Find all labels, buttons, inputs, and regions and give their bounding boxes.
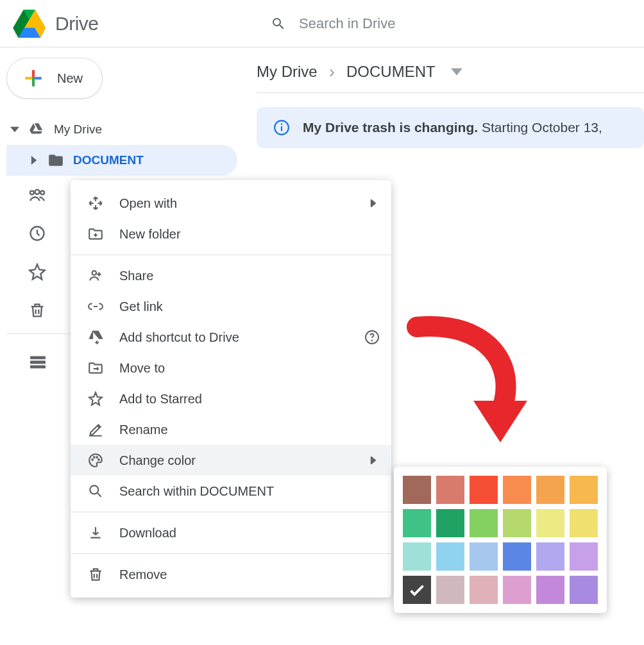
color-swatch[interactable] xyxy=(503,476,531,504)
context-menu: Open with New folder Share Get link Add … xyxy=(71,180,391,598)
plus-icon xyxy=(21,66,46,90)
search-bar[interactable] xyxy=(250,6,644,42)
breadcrumb-current[interactable]: DOCUMENT xyxy=(346,63,436,81)
svg-rect-16 xyxy=(30,356,46,359)
menu-label: Move to xyxy=(119,361,165,376)
drive-logo-icon xyxy=(13,9,46,38)
color-swatch[interactable] xyxy=(470,476,498,504)
color-swatch[interactable] xyxy=(536,476,564,504)
color-swatch[interactable] xyxy=(570,576,598,604)
svg-marker-9 xyxy=(13,10,24,28)
search-input[interactable] xyxy=(299,15,644,32)
menu-share[interactable]: Share xyxy=(71,260,391,291)
share-icon xyxy=(87,267,104,284)
logo-area: Drive xyxy=(13,9,250,38)
svg-rect-17 xyxy=(30,361,46,364)
star-icon xyxy=(28,263,46,281)
color-swatch[interactable] xyxy=(403,476,431,504)
folder-icon xyxy=(47,152,64,169)
color-swatch[interactable] xyxy=(436,509,464,537)
help-icon[interactable] xyxy=(364,330,380,345)
color-swatch[interactable] xyxy=(470,576,498,604)
main-area: My Drive › DOCUMENT My Drive trash is ch… xyxy=(257,54,644,148)
svg-marker-23 xyxy=(93,331,103,339)
breadcrumb: My Drive › DOCUMENT xyxy=(257,54,644,90)
svg-point-30 xyxy=(98,459,100,461)
menu-label: Get link xyxy=(119,299,163,314)
svg-point-22 xyxy=(92,271,97,275)
color-swatch[interactable] xyxy=(503,542,531,571)
shortcut-icon xyxy=(87,329,104,346)
color-palette xyxy=(394,467,607,613)
menu-new-folder[interactable]: New folder xyxy=(71,219,391,249)
new-folder-icon xyxy=(87,226,104,242)
color-swatch[interactable] xyxy=(536,509,564,537)
color-swatch[interactable] xyxy=(503,576,531,604)
color-swatch[interactable] xyxy=(570,542,598,571)
menu-remove[interactable]: Remove xyxy=(71,559,391,590)
color-swatch[interactable] xyxy=(536,576,564,604)
open-with-icon xyxy=(87,195,104,212)
new-button[interactable]: New xyxy=(6,58,103,99)
svg-point-26 xyxy=(371,340,373,341)
menu-label: Add shortcut to Drive xyxy=(119,330,239,345)
menu-rename[interactable]: Rename xyxy=(71,414,391,445)
arrow-annotation xyxy=(398,314,539,455)
menu-move-to[interactable]: Move to xyxy=(71,353,391,383)
menu-download[interactable]: Download xyxy=(71,517,391,548)
color-swatch[interactable] xyxy=(436,576,464,604)
nav-my-drive[interactable]: My Drive xyxy=(6,114,237,145)
svg-rect-21 xyxy=(281,124,282,125)
menu-label: Add to Starred xyxy=(119,392,202,406)
svg-point-13 xyxy=(30,191,34,195)
color-swatch[interactable] xyxy=(470,542,498,571)
menu-add-shortcut[interactable]: Add shortcut to Drive xyxy=(71,322,391,353)
trash-icon xyxy=(28,301,46,319)
nav-folder-document[interactable]: DOCUMENT xyxy=(6,145,237,176)
chevron-right-icon xyxy=(369,457,377,464)
color-swatch[interactable] xyxy=(403,576,431,604)
breadcrumb-root[interactable]: My Drive xyxy=(257,63,318,81)
menu-separator xyxy=(71,553,391,554)
menu-change-color[interactable]: Change color xyxy=(71,445,391,476)
banner-text: My Drive trash is changing. Starting Oct… xyxy=(303,120,602,135)
svg-point-28 xyxy=(94,457,96,458)
shared-icon xyxy=(28,186,46,204)
menu-add-starred[interactable]: Add to Starred xyxy=(71,383,391,414)
nav-tree: My Drive DOCUMENT xyxy=(6,114,237,176)
palette-icon xyxy=(87,452,104,469)
svg-point-14 xyxy=(40,191,44,195)
svg-rect-18 xyxy=(30,365,46,369)
storage-icon xyxy=(28,355,47,370)
nav-my-drive-label: My Drive xyxy=(54,122,102,137)
color-swatch[interactable] xyxy=(436,476,464,504)
caret-right-icon xyxy=(30,156,38,165)
color-swatch[interactable] xyxy=(536,542,564,571)
info-banner: My Drive trash is changing. Starting Oct… xyxy=(257,107,644,148)
menu-label: New folder xyxy=(119,227,181,242)
color-swatch[interactable] xyxy=(403,542,431,571)
header: Drive xyxy=(0,0,644,47)
move-icon xyxy=(87,360,104,376)
svg-point-31 xyxy=(90,485,98,494)
svg-marker-24 xyxy=(89,331,92,339)
breadcrumb-separator: › xyxy=(329,62,335,82)
color-swatch[interactable] xyxy=(470,509,498,537)
color-swatch[interactable] xyxy=(436,542,464,571)
clock-icon xyxy=(28,224,46,242)
color-swatch[interactable] xyxy=(570,476,598,504)
star-outline-icon xyxy=(87,390,104,407)
color-swatch[interactable] xyxy=(503,509,531,537)
color-swatch[interactable] xyxy=(570,509,598,537)
menu-get-link[interactable]: Get link xyxy=(71,291,391,322)
rename-icon xyxy=(87,421,104,438)
menu-search-within[interactable]: Search within DOCUMENT xyxy=(71,476,391,507)
dropdown-caret-icon[interactable] xyxy=(451,68,462,76)
caret-down-icon xyxy=(10,125,19,134)
download-icon xyxy=(87,524,104,541)
info-icon xyxy=(273,119,290,136)
color-swatch[interactable] xyxy=(403,509,431,537)
menu-label: Search within DOCUMENT xyxy=(119,484,274,499)
menu-open-with[interactable]: Open with xyxy=(71,188,391,219)
drive-icon xyxy=(28,121,45,138)
